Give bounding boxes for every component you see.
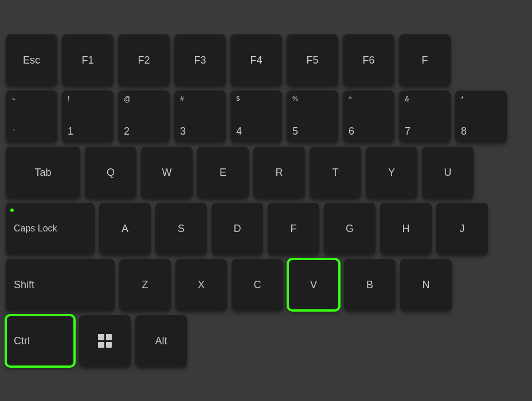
asdf-row: Caps Lock A S D F G H J bbox=[6, 203, 526, 254]
key-f4-label: F4 bbox=[250, 54, 262, 66]
key-y-label: Y bbox=[388, 167, 395, 179]
key-v-label: V bbox=[310, 279, 317, 291]
key-1[interactable]: ! 1 bbox=[62, 91, 114, 142]
key-r[interactable]: R bbox=[253, 147, 305, 198]
key-esc-label: Esc bbox=[23, 54, 40, 66]
key-backtick[interactable]: ~ ` bbox=[6, 91, 57, 142]
keyboard: Esc F1 F2 F3 F4 F5 F6 F ~ ` ! 1 bbox=[0, 0, 532, 401]
key-j-label: J bbox=[460, 223, 465, 235]
key-8-top: * bbox=[461, 95, 464, 103]
key-caps-lock[interactable]: Caps Lock bbox=[6, 203, 95, 254]
key-f-label: F bbox=[291, 223, 297, 235]
key-win[interactable] bbox=[79, 315, 131, 367]
key-f3[interactable]: F3 bbox=[174, 34, 226, 86]
key-n-label: N bbox=[423, 279, 430, 291]
key-w[interactable]: W bbox=[141, 147, 193, 198]
number-row: ~ ` ! 1 @ 2 # 3 $ 4 % 5 ^ 6 & 7 bbox=[6, 91, 526, 142]
key-shift[interactable]: Shift bbox=[6, 259, 115, 310]
key-6[interactable]: ^ 6 bbox=[343, 91, 394, 142]
key-7-top: & bbox=[405, 95, 409, 103]
key-u-label: U bbox=[444, 167, 452, 179]
key-u[interactable]: U bbox=[422, 147, 474, 198]
key-f6[interactable]: F6 bbox=[343, 34, 394, 86]
bottom-row: Ctrl Alt bbox=[6, 315, 526, 367]
key-h[interactable]: H bbox=[380, 203, 432, 254]
key-5[interactable]: % 5 bbox=[287, 91, 338, 142]
zxcv-row: Shift Z X C V B N bbox=[6, 259, 526, 310]
key-1-bottom: 1 bbox=[68, 125, 73, 137]
key-e-label: E bbox=[220, 167, 226, 179]
key-v[interactable]: V bbox=[288, 259, 339, 310]
key-2-bottom: 2 bbox=[124, 125, 130, 137]
key-x-label: X bbox=[198, 279, 205, 291]
key-7-bottom: 7 bbox=[405, 125, 410, 137]
key-q[interactable]: Q bbox=[85, 147, 136, 198]
key-g-label: G bbox=[346, 223, 354, 235]
key-4-bottom: 4 bbox=[236, 125, 242, 137]
key-s[interactable]: S bbox=[155, 203, 207, 254]
key-b-label: B bbox=[366, 279, 373, 291]
windows-icon bbox=[98, 334, 112, 348]
qwerty-row: Tab Q W E R T Y U bbox=[6, 147, 526, 198]
key-2[interactable]: @ 2 bbox=[118, 91, 170, 142]
key-t-label: T bbox=[332, 167, 339, 179]
key-alt[interactable]: Alt bbox=[135, 315, 187, 367]
key-b[interactable]: B bbox=[344, 259, 396, 310]
key-ctrl[interactable]: Ctrl bbox=[6, 315, 75, 367]
key-z[interactable]: Z bbox=[119, 259, 171, 310]
key-c[interactable]: C bbox=[232, 259, 283, 310]
key-1-top: ! bbox=[68, 95, 69, 103]
key-f1-label: F1 bbox=[81, 54, 93, 66]
key-g[interactable]: G bbox=[324, 203, 375, 254]
key-f5[interactable]: F5 bbox=[287, 34, 338, 86]
key-f[interactable]: F bbox=[268, 203, 319, 254]
key-j[interactable]: J bbox=[436, 203, 488, 254]
caps-lock-indicator bbox=[10, 209, 14, 212]
key-a-label: A bbox=[122, 223, 128, 235]
key-a[interactable]: A bbox=[99, 203, 151, 254]
key-q-label: Q bbox=[107, 167, 115, 179]
key-x[interactable]: X bbox=[175, 259, 227, 310]
key-n[interactable]: N bbox=[400, 259, 452, 310]
key-backtick-top: ~ bbox=[11, 95, 15, 103]
key-d[interactable]: D bbox=[212, 203, 263, 254]
key-5-bottom: 5 bbox=[292, 125, 298, 137]
key-w-label: W bbox=[162, 167, 172, 179]
key-6-bottom: 6 bbox=[349, 125, 354, 137]
key-8[interactable]: * 8 bbox=[455, 91, 507, 142]
key-4-top: $ bbox=[236, 95, 240, 102]
key-7[interactable]: & 7 bbox=[399, 91, 451, 142]
key-tab-label: Tab bbox=[34, 167, 51, 179]
key-backtick-bottom: ` bbox=[13, 128, 15, 137]
key-tab[interactable]: Tab bbox=[6, 147, 80, 198]
key-f5-label: F5 bbox=[306, 54, 318, 66]
key-3-bottom: 3 bbox=[180, 125, 186, 137]
key-t[interactable]: T bbox=[310, 147, 361, 198]
key-f7[interactable]: F bbox=[399, 34, 451, 86]
key-f4[interactable]: F4 bbox=[230, 34, 282, 86]
key-f1[interactable]: F1 bbox=[62, 34, 114, 86]
key-esc[interactable]: Esc bbox=[6, 34, 57, 86]
key-r-label: R bbox=[276, 167, 283, 179]
function-row: Esc F1 F2 F3 F4 F5 F6 F bbox=[6, 34, 526, 86]
key-s-label: S bbox=[178, 223, 185, 235]
key-z-label: Z bbox=[142, 279, 148, 291]
key-4[interactable]: $ 4 bbox=[230, 91, 282, 142]
key-h-label: H bbox=[402, 223, 410, 235]
key-8-bottom: 8 bbox=[461, 125, 467, 137]
key-caps-label: Caps Lock bbox=[14, 223, 57, 234]
key-f7-label: F bbox=[422, 54, 428, 66]
key-f6-label: F6 bbox=[362, 54, 374, 66]
key-d-label: D bbox=[234, 223, 241, 235]
key-f2[interactable]: F2 bbox=[118, 34, 170, 86]
key-alt-label: Alt bbox=[155, 335, 167, 347]
key-2-top: @ bbox=[124, 95, 131, 103]
key-c-label: C bbox=[254, 279, 261, 291]
key-f2-label: F2 bbox=[138, 54, 150, 66]
key-6-top: ^ bbox=[349, 95, 352, 103]
key-e[interactable]: E bbox=[197, 147, 249, 198]
key-3[interactable]: # 3 bbox=[174, 91, 226, 142]
key-5-top: % bbox=[292, 95, 298, 102]
key-shift-label: Shift bbox=[14, 279, 34, 291]
key-y[interactable]: Y bbox=[366, 147, 417, 198]
